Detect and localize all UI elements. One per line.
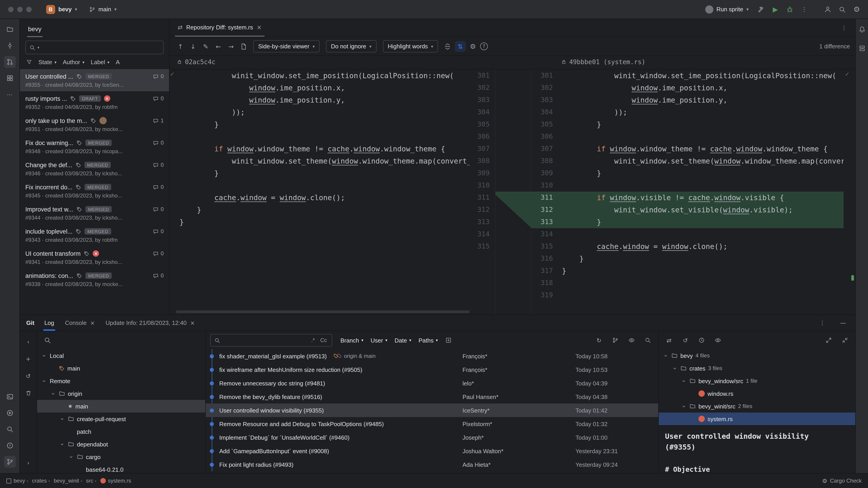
diff-left-pane[interactable]: winit_window.set_ime_position(LogicalPos… [176,70,470,315]
log-filter-chip[interactable]: Branch ▾ [340,337,363,344]
chevron-expanded-icon[interactable]: › [681,378,687,384]
chevron-expanded-icon[interactable]: › [41,353,48,358]
pull-request-item[interactable]: UI content transform × 0 [20,246,169,268]
rollback-button[interactable]: ↺ [22,370,34,382]
hide-panel-button[interactable]: — [837,317,849,329]
chevron-expanded-icon[interactable]: › [59,416,66,422]
chevron-expanded-icon[interactable]: › [68,454,75,459]
file-tree-item[interactable]: › bevy 4 files [659,349,855,362]
project-tool-button[interactable] [4,24,16,35]
log-filter-chip[interactable]: User ▾ [370,337,387,344]
filter-chip[interactable]: Author ▾ [63,59,85,66]
search-everywhere-button[interactable] [836,3,848,15]
expand-all-button[interactable] [823,334,835,346]
whitespace-dropdown[interactable]: Do not ignore ▾ [326,40,376,53]
open-new-log-tab-button[interactable] [442,334,454,346]
chevron-expanded-icon[interactable]: › [59,442,66,447]
pull-request-item[interactable]: Fix doc warning... MERGED × 0 [20,135,169,158]
commit-tool-button[interactable] [4,40,16,52]
pull-request-item[interactable]: only take up to the m... × 1 [20,113,169,135]
previous-change-button[interactable]: ↑ [175,41,186,52]
close-icon[interactable]: × [257,24,262,31]
revert-button[interactable]: ↺ [680,334,691,346]
breadcrumb-item[interactable]: bevy [13,478,25,484]
file-tree-item[interactable]: › bevy_window/src 1 file [659,375,855,387]
commit-row[interactable]: Remove Resource and add Debug to TaskPoo… [206,417,658,431]
services-tool-button[interactable] [4,407,16,419]
history-button[interactable] [696,334,708,346]
pull-request-item[interactable]: rusty imports ... DRAFT × 0 [20,91,169,113]
file-tree-item[interactable]: › bevy_winit/src 2 files [659,400,855,413]
file-tree-item[interactable]: › system.rs [659,413,855,425]
show-diff-preview-button[interactable] [712,334,724,346]
terminal-tool-button[interactable] [4,391,16,402]
problems-tool-button[interactable] [4,440,16,451]
pull-requests-tool-button[interactable] [4,56,16,68]
branch-item[interactable]: › ★ base64-0.21.0 [37,463,205,473]
database-tool-button[interactable] [856,42,868,54]
structure-tool-button[interactable] [4,72,16,84]
pull-request-item[interactable]: Fix incorrent do... MERGED × 0 [20,180,169,202]
branch-item[interactable]: › ★ origin [37,387,205,400]
new-branch-button[interactable]: + [22,353,34,365]
close-icon[interactable]: × [190,320,195,326]
filter-chip[interactable]: State ▾ [38,59,57,66]
file-tree-item[interactable]: › window.rs [659,387,855,400]
pr-panel-title[interactable]: bevy [27,23,42,37]
tab-console[interactable]: Console× [64,315,96,331]
regex-toggle[interactable]: .* [310,337,316,344]
close-window-button[interactable] [8,6,13,12]
collapse-all-button[interactable] [839,334,851,346]
notifications-button[interactable] [856,24,868,35]
zoom-window-button[interactable] [26,6,32,12]
chevron-expanded-icon[interactable]: › [50,391,57,396]
breadcrumb-item[interactable]: bevy_winit [54,478,79,484]
minimize-window-button[interactable] [17,6,23,12]
git-tool-button[interactable] [4,456,16,468]
collapse-unchanged-button[interactable] [442,41,453,52]
horizontal-scrollbar[interactable] [176,311,470,313]
next-file-button[interactable]: → [225,41,237,52]
vcs-branch-selector[interactable]: main ▾ [85,4,120,14]
chevron-expanded-icon[interactable]: › [662,353,669,358]
commit-row[interactable]: fix wireframe after MeshUniform size red… [206,363,658,377]
pull-request-item[interactable]: User controlled ... MERGED × 0 [20,69,169,91]
refresh-log-button[interactable]: ↻ [593,334,605,346]
commit-row[interactable]: Remove unnecessary doc string (#9481) le… [206,377,658,390]
branch-item[interactable]: › ★ main [37,400,205,413]
chevron-expanded-icon[interactable]: › [41,378,48,384]
branch-item[interactable]: › ★ create-pull-request [37,413,205,425]
build-button[interactable] [755,3,767,15]
log-search-input[interactable]: .* Cc [210,334,332,347]
branch-item[interactable]: › ★ main [37,362,205,375]
commit-row[interactable]: User controlled window visibility (#9355… [206,403,658,417]
run-button[interactable]: ▶ [770,3,781,15]
preview-diff-button[interactable] [626,334,638,346]
tab-list-button[interactable]: ⋮ [838,22,850,34]
branch-item[interactable]: › ★ Local [37,349,205,362]
breadcrumb-item[interactable]: system.rs [108,478,131,484]
graph-options-button[interactable] [610,334,621,346]
cargo-check-status[interactable]: ⚙ Cargo Check [822,477,862,484]
pull-request-item[interactable]: animations: con... MERGED × 0 [20,268,169,291]
filter-chip[interactable]: A ▾ [116,59,120,66]
commit-row[interactable]: Fix point light radius (#9493) Ada Hieta… [206,458,658,471]
commit-row[interactable]: Implement `Debug` for `UnsafeWorldCell` … [206,431,658,444]
commit-row[interactable]: Add `GamepadButtonInput` event (#9008) J… [206,444,658,458]
filter-chip[interactable]: Label ▾ [91,59,110,66]
diff-settings-button[interactable]: ⚙ [467,41,478,52]
jump-to-source-button[interactable]: ✎ [200,41,211,52]
debug-button[interactable] [784,3,796,15]
project-selector[interactable]: B bevy ▾ [42,3,81,15]
run-configuration-selector[interactable]: Run sprite ▾ [702,3,752,15]
delete-branch-button[interactable] [22,387,34,399]
breadcrumb-item[interactable]: crates [32,478,47,484]
log-filter-chip[interactable]: Date ▾ [395,337,411,344]
log-filter-chip[interactable]: Paths ▾ [418,337,438,344]
chevron-expanded-icon[interactable]: › [681,403,687,409]
go-to-changed-file-button[interactable] [238,41,249,52]
go-to-hash-button[interactable] [642,334,654,346]
previous-file-button[interactable]: ← [213,41,224,52]
branch-item[interactable]: › ★ dependabot [37,438,205,451]
synchronize-scrolling-button[interactable]: ⇅ [455,41,466,52]
